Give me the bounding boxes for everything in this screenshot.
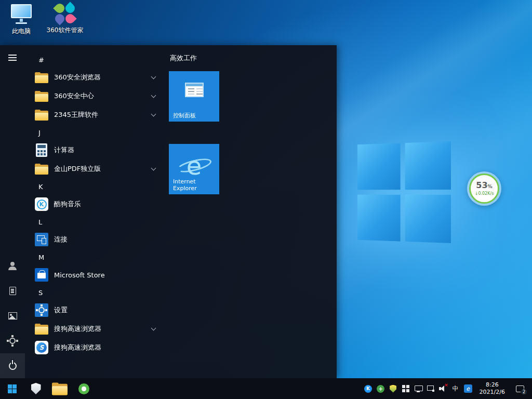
settings-app-icon xyxy=(34,302,49,318)
section-letter: J xyxy=(38,129,41,137)
pinwheel-icon xyxy=(55,3,75,24)
tray-kugou-icon[interactable]: K xyxy=(364,383,373,394)
tray-app-grid-icon[interactable] xyxy=(402,383,410,394)
connect-icon xyxy=(34,232,49,247)
hamburger-icon xyxy=(8,55,17,61)
section-letter: L xyxy=(38,218,42,226)
tray-security-shield-icon[interactable] xyxy=(389,383,397,394)
sogou-icon: S xyxy=(34,340,49,355)
app-list: # 360安全浏览器 360安全中心 2345王牌软件 J 计算器 金山PDF独… xyxy=(25,45,169,378)
windows-logo xyxy=(357,141,451,243)
taskbar-360-safe-button[interactable] xyxy=(24,378,48,399)
documents-button[interactable] xyxy=(0,278,25,303)
app-item-calculator[interactable]: 计算器 xyxy=(34,141,169,159)
app-section-header[interactable]: K xyxy=(34,178,169,195)
notification-count-badge: 2 xyxy=(521,389,527,395)
desktop-icon-this-pc[interactable]: 此电脑 xyxy=(2,3,41,36)
calculator-icon xyxy=(34,142,49,158)
360-shield-icon xyxy=(31,383,41,394)
desktop-icon-label: 此电脑 xyxy=(12,27,31,36)
memory-percent: 53% xyxy=(476,181,492,191)
desktop-icon-360-software-manager[interactable]: 360软件管家 xyxy=(46,3,84,36)
app-item-sogou-browser[interactable]: S 搜狗高速浏览器 xyxy=(34,338,169,357)
clock-date: 2021/2/6 xyxy=(480,389,505,396)
power-icon xyxy=(9,362,17,370)
taskbar-clock[interactable]: 8:26 2021/2/6 xyxy=(480,381,505,396)
internet-explorer-icon: e xyxy=(178,152,210,179)
tray-ime-indicator[interactable]: 中 xyxy=(451,383,460,394)
expand-menu-button[interactable] xyxy=(0,45,25,70)
taskbar-360-browser-button[interactable] xyxy=(72,378,96,399)
desktop-icon-label: 360软件管家 xyxy=(47,26,84,35)
app-item-sogou-browser-folder[interactable]: 搜狗高速浏览器 xyxy=(34,320,169,338)
pictures-button[interactable] xyxy=(0,303,25,328)
app-item-360-security-center[interactable]: 360安全中心 xyxy=(34,87,169,105)
tile-label: Internet Explorer xyxy=(173,178,216,192)
kugou-icon: K xyxy=(34,196,49,212)
taskbar: K + × 中 e 8:26 2021/2/6 xyxy=(0,378,532,399)
chevron-down-icon[interactable] xyxy=(151,326,156,331)
windows-logo-pane xyxy=(357,143,400,190)
tile-label: 控制面板 xyxy=(173,112,196,119)
app-item-2345-software[interactable]: 2345王牌软件 xyxy=(34,105,169,124)
gear-icon xyxy=(9,338,16,344)
green-browser-icon xyxy=(78,383,89,394)
tray-network-icon[interactable] xyxy=(427,383,435,394)
app-section-header[interactable]: S xyxy=(34,284,169,301)
app-section-header[interactable]: # xyxy=(34,51,169,68)
tray-volume-muted-icon[interactable]: × xyxy=(439,383,447,394)
user-account-button[interactable] xyxy=(0,254,25,278)
computer-icon xyxy=(10,3,33,25)
app-item-360-secure-browser[interactable]: 360安全浏览器 xyxy=(34,68,169,87)
section-letter: M xyxy=(38,254,44,261)
app-item-kingsoft-pdf[interactable]: 金山PDF独立版 xyxy=(34,159,169,178)
app-item-settings[interactable]: 设置 xyxy=(34,301,169,320)
folder-icon xyxy=(34,161,49,177)
folder-icon xyxy=(34,88,49,104)
power-button[interactable] xyxy=(0,353,25,378)
tray-accelerator-icon[interactable]: + xyxy=(377,383,385,394)
chevron-down-icon[interactable] xyxy=(151,93,156,98)
folder-icon xyxy=(34,321,49,337)
taskbar-file-explorer-button[interactable] xyxy=(48,378,72,399)
app-item-connect[interactable]: 连接 xyxy=(34,230,169,249)
start-menu: # 360安全浏览器 360安全中心 2345王牌软件 J 计算器 金山PDF独… xyxy=(0,45,337,378)
section-letter: K xyxy=(38,183,43,191)
folder-icon xyxy=(34,70,49,85)
computer-screen xyxy=(11,4,32,18)
app-section-header[interactable]: L xyxy=(34,214,169,230)
folder-icon xyxy=(51,382,68,395)
tile-control-panel[interactable]: 控制面板 xyxy=(169,71,219,122)
app-section-header[interactable]: J xyxy=(34,124,169,141)
settings-button[interactable] xyxy=(0,328,25,353)
tray-monitor-icon[interactable] xyxy=(414,383,422,394)
system-tray: K + × 中 e 8:26 2021/2/6 xyxy=(364,381,527,396)
windows-logo-pane xyxy=(405,141,451,190)
section-letter: # xyxy=(38,56,44,64)
folder-icon xyxy=(34,107,49,123)
app-item-microsoft-store[interactable]: Microsoft Store xyxy=(34,265,169,284)
windows-logo-pane xyxy=(405,195,451,243)
section-letter: S xyxy=(38,289,43,297)
app-section-header[interactable]: M xyxy=(34,249,169,265)
speed-ring: 53% ↓0.02K/s xyxy=(469,174,499,204)
tile-area: 高效工作 控制面板 e Internet Explorer xyxy=(169,45,337,378)
document-icon xyxy=(9,287,16,295)
action-center-button[interactable]: 2 xyxy=(513,382,527,395)
pictures-icon xyxy=(8,312,17,320)
chevron-down-icon[interactable] xyxy=(151,112,156,117)
clock-time: 8:26 xyxy=(480,381,505,389)
desktop-icon-area: 此电脑 360软件管家 xyxy=(2,3,84,36)
tile-internet-explorer[interactable]: e Internet Explorer xyxy=(169,144,219,194)
store-icon xyxy=(34,267,49,283)
chevron-down-icon[interactable] xyxy=(151,74,156,79)
windows-start-icon xyxy=(8,384,17,393)
start-button[interactable] xyxy=(0,378,24,399)
tile-group-title[interactable]: 高效工作 xyxy=(170,54,337,62)
app-item-kugou-music[interactable]: K 酷狗音乐 xyxy=(34,195,169,214)
chevron-down-icon[interactable] xyxy=(151,166,156,171)
tray-browser-icon[interactable]: e xyxy=(464,383,472,394)
network-speed-widget[interactable]: 53% ↓0.02K/s xyxy=(467,171,501,206)
windows-logo-pane xyxy=(357,195,400,242)
start-menu-rail xyxy=(0,45,25,378)
